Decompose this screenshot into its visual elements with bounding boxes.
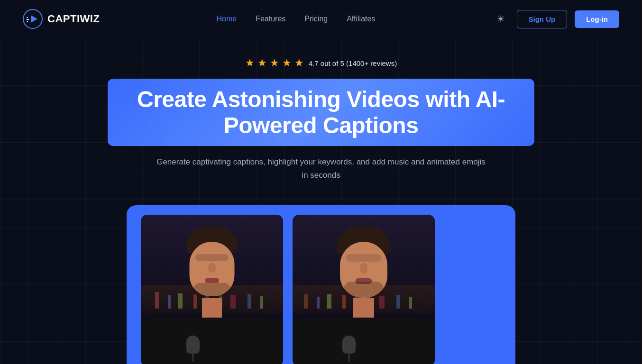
nav-link-features[interactable]: Features <box>256 15 285 23</box>
video-panel-right <box>293 215 435 364</box>
video-panel-left <box>141 215 283 364</box>
nav-item-features[interactable]: Features <box>256 15 285 23</box>
hero-subtitle: Generate captivating captions, highlight… <box>155 155 487 181</box>
video-container <box>127 205 515 364</box>
rating-text: 4.7 out of 5 (1400+ reviews) <box>309 59 397 67</box>
star-4: ★ <box>282 57 292 69</box>
nav-right: ☀ Sign Up Log-in <box>492 10 620 28</box>
svg-rect-3 <box>27 19 29 20</box>
svg-rect-2 <box>27 17 28 18</box>
theme-toggle-button[interactable]: ☀ <box>492 10 509 27</box>
rating-row: ★ ★ ★ ★ ★ 4.7 out of 5 (1400+ reviews) <box>245 57 397 69</box>
sun-icon: ☀ <box>496 13 505 25</box>
hero-section: ★ ★ ★ ★ ★ 4.7 out of 5 (1400+ reviews) C… <box>0 38 642 200</box>
nav-link-pricing[interactable]: Pricing <box>304 15 328 23</box>
hero-title: Create Astonishing Videos with AI-Powere… <box>127 86 515 138</box>
rating-reviews: (1400+ reviews) <box>346 59 397 67</box>
logo[interactable]: CAPTIWIZ <box>23 9 100 29</box>
navbar: CAPTIWIZ Home Features Pricing Affiliate… <box>0 0 642 38</box>
nav-link-affiliates[interactable]: Affiliates <box>347 15 375 23</box>
brand-name: CAPTIWIZ <box>47 13 100 25</box>
nav-links: Home Features Pricing Affiliates <box>216 15 375 23</box>
video-panel-left-inner <box>141 215 283 364</box>
nav-link-home[interactable]: Home <box>216 15 237 23</box>
nav-item-pricing[interactable]: Pricing <box>304 15 328 23</box>
svg-marker-1 <box>31 15 37 23</box>
nav-item-home[interactable]: Home <box>216 15 237 23</box>
hero-title-wrapper: Create Astonishing Videos with AI-Powere… <box>108 79 534 146</box>
video-showcase <box>0 205 642 364</box>
star-1: ★ <box>245 57 255 69</box>
svg-rect-4 <box>27 21 28 22</box>
logo-icon <box>23 9 43 29</box>
signup-button[interactable]: Sign Up <box>517 10 568 28</box>
rating-score: 4.7 out of 5 <box>309 59 344 67</box>
video-panel-right-inner <box>293 215 435 364</box>
nav-item-affiliates[interactable]: Affiliates <box>347 15 375 23</box>
login-button[interactable]: Log-in <box>575 10 619 28</box>
star-3: ★ <box>270 57 279 69</box>
star-5: ★ <box>294 57 304 69</box>
star-2: ★ <box>257 57 267 69</box>
